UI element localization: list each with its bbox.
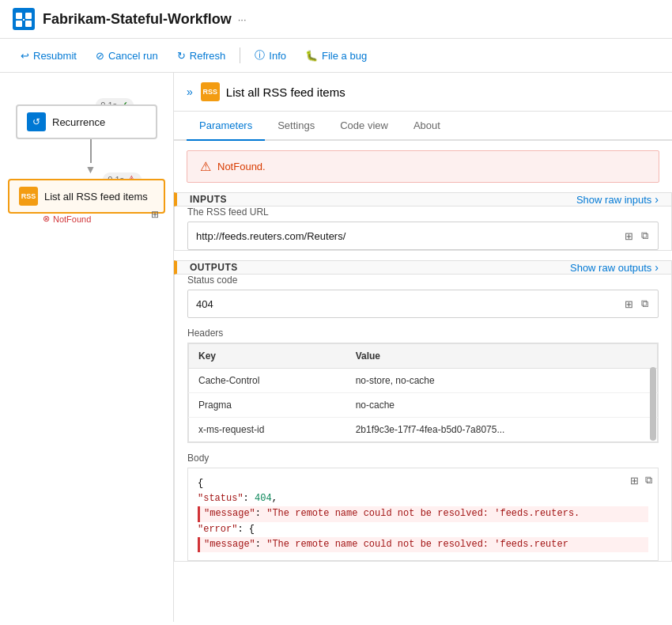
cancel-icon: ⊘ [96,50,104,62]
warning-icon: ⚠ [200,159,211,174]
cancel-label: Cancel run [108,50,158,62]
key-cell: Cache-Control [189,369,346,393]
info-icon: ⓘ [255,48,265,62]
tab-bar: Parameters Settings Code view About [174,112,672,141]
value-cell: no-store, no-cache [346,369,658,393]
show-raw-outputs[interactable]: Show raw outputs › [570,261,659,274]
detail-panel: » RSS List all RSS feed items Parameters… [174,73,672,622]
recurrence-icon: ↺ [27,112,46,131]
connector-arrow: ▼ [16,163,165,176]
rss-url-value: http://feeds.reuters.com/Reuters/ [196,230,345,242]
status-code-actions: ⊞ ⧉ [623,296,650,312]
recurrence-label: Recurrence [52,116,105,128]
key-cell: x-ms-request-id [189,418,346,442]
cancel-run-button[interactable]: ⊘ Cancel run [88,47,166,65]
expand-icon[interactable]: ⊞ [151,209,159,220]
inputs-section: INPUTS Show raw inputs › The RSS feed UR… [174,192,672,251]
inputs-header[interactable]: INPUTS Show raw inputs › [174,192,672,206]
headers-table-header-row: Key Value [189,344,658,369]
tab-settings[interactable]: Settings [265,112,327,141]
header-ellipsis[interactable]: ··· [238,13,247,25]
headers-table-wrapper: Key Value Cache-Controlno-store, no-cach… [187,343,659,443]
outputs-title: OUTPUTS [190,262,238,273]
recurrence-box[interactable]: ↺ Recurrence [16,104,157,139]
headers-label: Headers [187,328,659,339]
status-code-value: 404 [196,298,213,310]
value-cell: no-cache [346,393,658,418]
table-scrollbar[interactable] [650,367,656,441]
copy-body-button[interactable]: ⧉ [644,472,654,488]
svg-rect-4 [25,21,32,27]
panel-rss-icon: RSS [201,82,220,101]
app-icon [13,8,35,30]
outputs-body: Status code 404 ⊞ ⧉ Headers [174,275,672,562]
expand-body-button[interactable]: ⊞ [629,472,640,488]
tab-parameters[interactable]: Parameters [187,112,265,141]
tab-about[interactable]: About [401,112,453,141]
panel-header: » RSS List all RSS feed items [174,73,672,112]
info-label: Info [269,50,286,62]
key-cell: Pragma [189,393,346,418]
key-column-header: Key [189,344,346,369]
page-title: Fabrikam-Stateful-Workflow [43,11,232,28]
workflow-canvas: 0.1s ✓ ↺ Recurrence ▼ 0.1s ⚠ RSS List al… [0,73,174,622]
tab-codeview[interactable]: Code view [327,112,401,141]
code-actions: ⊞ ⧉ [629,472,654,488]
rss-box[interactable]: RSS List all RSS feed items [8,179,165,214]
value-cell: 2b1f9c3e-17f7-4fea-b5d0-7a8075... [346,418,658,442]
refresh-button[interactable]: ↻ Refresh [169,47,234,65]
outputs-header[interactable]: OUTPUTS Show raw outputs › [174,260,672,275]
rss-url-field: http://feeds.reuters.com/Reuters/ ⊞ ⧉ [187,222,659,250]
status-code-field: 404 ⊞ ⧉ [187,290,659,318]
table-row: Pragmano-cache [189,393,658,418]
recurrence-node: 0.1s ✓ ↺ Recurrence [16,104,157,139]
svg-rect-3 [16,21,22,27]
copy-value-button[interactable]: ⧉ [640,228,650,244]
rss-node: 0.1s ⚠ RSS List all RSS feed items ⊗ Not… [8,179,165,224]
chevron-right-outputs-icon: › [655,261,659,274]
show-raw-inputs[interactable]: Show raw inputs › [576,193,659,206]
filebug-button[interactable]: 🐛 File a bug [297,47,375,65]
svg-rect-1 [16,13,22,19]
rss-status: ⊗ NotFound [8,214,165,224]
rss-icon: RSS [19,187,38,206]
error-banner: ⚠ NotFound. [187,150,659,183]
show-raw-outputs-label: Show raw outputs [570,262,651,274]
app-header: Fabrikam-Stateful-Workflow ··· [0,0,672,39]
filebug-label: File a bug [322,50,367,62]
status-circle-icon: ⊗ [43,214,50,224]
panel-content: ⚠ NotFound. INPUTS Show raw inputs › The… [174,141,672,622]
table-row: Cache-Controlno-store, no-cache [189,369,658,393]
inputs-title: INPUTS [190,194,227,205]
body-container: { "status": 404, "message": "The remote … [187,468,659,561]
table-row: x-ms-request-id2b1f9c3e-17f7-4fea-b5d0-7… [189,418,658,442]
panel-title: List all RSS feed items [226,85,345,99]
rss-url-actions: ⊞ ⧉ [623,228,650,244]
copy-status-button[interactable]: ⧉ [640,296,650,312]
main-layout: 0.1s ✓ ↺ Recurrence ▼ 0.1s ⚠ RSS List al… [0,73,672,622]
info-button[interactable]: ⓘ Info [247,45,294,66]
headers-table: Key Value Cache-Controlno-store, no-cach… [188,343,658,442]
panel-expand-button[interactable]: » [187,85,193,98]
value-column-header: Value [346,344,658,369]
resubmit-button[interactable]: ↩ Resubmit [13,47,85,65]
resubmit-label: Resubmit [33,50,77,62]
expand-value-button[interactable]: ⊞ [623,228,635,244]
rss-url-label: The RSS feed URL [187,206,659,218]
rss-label: List all RSS feed items [44,191,148,203]
chevron-right-icon: › [655,193,659,206]
toolbar: ↩ Resubmit ⊘ Cancel run ↻ Refresh ⓘ Info… [0,39,672,73]
body-code-block: { "status": 404, "message": "The remote … [187,468,659,561]
status-code-label: Status code [187,275,659,286]
inputs-body: The RSS feed URL http://feeds.reuters.co… [174,206,672,251]
error-banner-text: NotFound. [217,161,266,172]
refresh-icon: ↻ [177,50,186,62]
resubmit-icon: ↩ [21,50,29,62]
svg-rect-2 [25,13,32,19]
body-label: Body [187,453,659,464]
status-text: NotFound [53,214,91,224]
toolbar-separator [240,47,240,63]
connector-1 [16,139,165,163]
expand-status-button[interactable]: ⊞ [623,296,635,312]
refresh-label: Refresh [190,50,226,62]
